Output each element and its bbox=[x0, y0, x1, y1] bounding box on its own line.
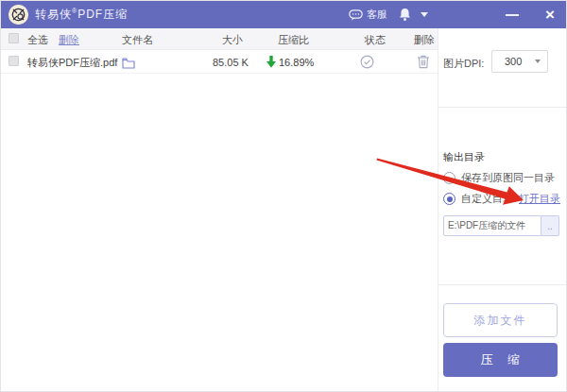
titlebar-dropdown-button[interactable] bbox=[421, 12, 466, 17]
file-size: 85.05 K bbox=[213, 57, 249, 68]
panel-divider bbox=[438, 107, 567, 108]
browse-directory-button[interactable]: .. bbox=[541, 215, 559, 236]
notification-bell-button[interactable] bbox=[399, 8, 411, 22]
select-all-checkbox[interactable] bbox=[9, 33, 19, 43]
panel-divider-2 bbox=[438, 284, 567, 285]
close-button[interactable]: × bbox=[545, 7, 555, 23]
customer-service-label: 客服 bbox=[367, 8, 387, 22]
radio-custom-dir[interactable] bbox=[443, 193, 455, 205]
bell-icon bbox=[399, 8, 411, 22]
select-all-label: 全选 bbox=[27, 33, 48, 47]
dpi-label: 图片DPI: bbox=[443, 57, 484, 71]
output-dir-label: 输出目录 bbox=[443, 150, 485, 164]
column-delete: 删除 bbox=[414, 33, 435, 47]
compression-ratio: 16.89% bbox=[279, 57, 314, 68]
radio-same-dir[interactable] bbox=[443, 172, 455, 184]
add-files-button[interactable]: 添加文件 bbox=[443, 303, 558, 337]
column-status: 状态 bbox=[365, 33, 386, 47]
radio-custom-dir-label: 自定义目录 bbox=[461, 192, 513, 206]
chat-bubble-icon bbox=[349, 9, 363, 21]
delete-selected-link[interactable]: 删除 bbox=[59, 33, 79, 47]
radio-same-dir-option[interactable]: 保存到原图同一目录 bbox=[443, 171, 555, 185]
radio-same-dir-label: 保存到原图同一目录 bbox=[461, 171, 555, 185]
open-folder-icon[interactable] bbox=[122, 58, 135, 69]
radio-custom-dir-option[interactable]: 自定义目录打开目录 bbox=[443, 192, 560, 206]
compression-down-arrow-icon bbox=[266, 56, 276, 68]
status-done-icon bbox=[360, 55, 374, 69]
dpi-value: 300 bbox=[505, 56, 535, 67]
dpi-select[interactable]: 300 bbox=[491, 50, 548, 73]
app-window: 转易侠®PDF压缩 客服 × 全选 bbox=[0, 0, 567, 392]
app-logo-icon bbox=[9, 5, 28, 25]
settings-panel: 图片DPI: 300 输出目录 保存到原图同一目录 自定义目录打开目录 .. 添… bbox=[438, 28, 567, 392]
column-ratio: 压缩比 bbox=[278, 33, 309, 47]
delete-row-trash-icon[interactable] bbox=[417, 55, 430, 69]
titlebar: 转易侠®PDF压缩 客服 × bbox=[1, 1, 567, 28]
chevron-down-icon bbox=[421, 12, 428, 17]
file-list-header: 全选 删除 文件名 大小 压缩比 状态 删除 bbox=[1, 28, 438, 50]
menu-button[interactable] bbox=[466, 9, 481, 21]
minimize-button[interactable] bbox=[506, 14, 545, 16]
compress-button[interactable]: 压 缩 bbox=[443, 343, 558, 377]
row-checkbox[interactable] bbox=[9, 56, 19, 66]
output-path-input[interactable] bbox=[443, 215, 541, 236]
column-size: 大小 bbox=[222, 33, 243, 47]
column-file-name: 文件名 bbox=[122, 33, 153, 47]
file-name-text: 转易侠PDF压缩.pdf bbox=[27, 56, 117, 70]
minimize-icon bbox=[506, 14, 519, 16]
dpi-caret-icon bbox=[535, 60, 541, 63]
app-title: 转易侠®PDF压缩 bbox=[35, 7, 128, 23]
file-row: 转易侠PDF压缩.pdf 85.05 K 16.89% bbox=[1, 50, 438, 74]
open-directory-link[interactable]: 打开目录 bbox=[519, 192, 560, 206]
customer-service-button[interactable]: 客服 bbox=[349, 8, 387, 22]
